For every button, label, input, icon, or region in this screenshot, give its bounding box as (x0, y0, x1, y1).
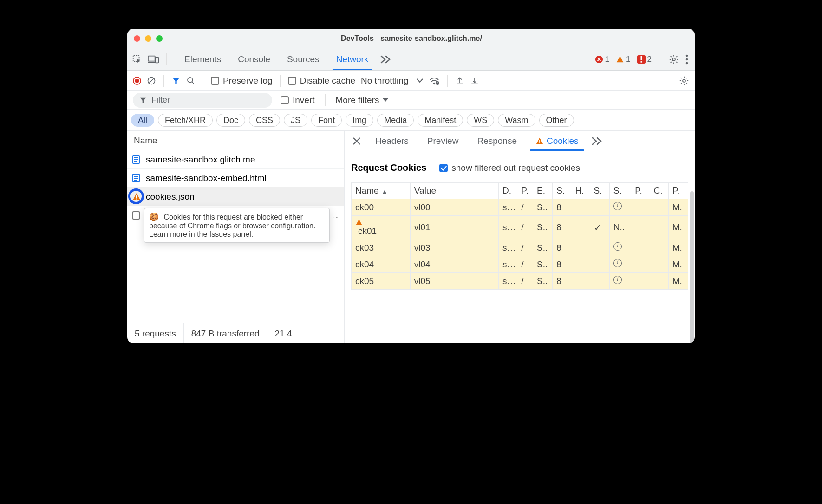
main-tab-elements[interactable]: Elements (176, 48, 229, 70)
cookie-cell: M. (668, 216, 688, 239)
cookies-col-header[interactable]: P. (631, 183, 650, 199)
chip-all[interactable]: All (131, 114, 154, 127)
cookie-cell (631, 199, 650, 216)
chip-fetchxhr[interactable]: Fetch/XHR (158, 114, 213, 127)
chip-css[interactable]: CSS (249, 114, 280, 127)
cookie-cell (650, 216, 668, 239)
cookie-cell (631, 273, 650, 290)
main-tab-sources[interactable]: Sources (279, 48, 328, 70)
filter-funnel-icon[interactable] (171, 76, 181, 85)
cookies-col-header[interactable]: S. (609, 183, 631, 199)
detail-tab-response[interactable]: Response (468, 131, 526, 151)
request-row[interactable]: samesite-sandbox.glitch.me (127, 150, 344, 169)
disable-cache-checkbox[interactable]: Disable cache (288, 76, 355, 86)
show-filtered-cookies-checkbox[interactable]: show filtered out request cookies (439, 163, 580, 173)
detail-tabs-overflow-icon[interactable] (588, 131, 607, 151)
cookie-row[interactable]: ck03vl03s…/S..8M. (352, 239, 688, 256)
device-toolbar-icon[interactable] (148, 54, 159, 65)
chip-doc[interactable]: Doc (216, 114, 245, 127)
record-button[interactable] (133, 77, 141, 85)
cookies-col-header[interactable]: P. (517, 183, 533, 199)
cookie-cell (571, 273, 590, 290)
cookie-cell (609, 273, 631, 290)
cookies-col-header[interactable]: Name▲ (352, 183, 411, 199)
network-settings-gear-icon[interactable] (679, 76, 689, 86)
filter-row: Filter Invert More filters (127, 91, 695, 110)
cookies-col-header[interactable]: S. (553, 183, 571, 199)
more-filters-dropdown[interactable]: More filters (336, 95, 389, 105)
upload-har-icon[interactable] (455, 76, 464, 85)
network-conditions-icon[interactable] (429, 76, 440, 85)
filter-input[interactable]: Filter (133, 93, 272, 108)
inspect-element-icon[interactable] (132, 54, 142, 65)
warning-count[interactable]: 1 (616, 55, 630, 64)
detail-tab-preview[interactable]: Preview (418, 131, 468, 151)
chip-js[interactable]: JS (284, 114, 307, 127)
cookie-cell (590, 216, 609, 239)
chip-font[interactable]: Font (311, 114, 342, 127)
cookies-col-header[interactable]: P. (668, 183, 688, 199)
cookies-col-header[interactable]: C. (650, 183, 668, 199)
window-zoom-button[interactable] (156, 35, 163, 42)
detail-tab-cookies[interactable]: Cookies (526, 131, 588, 151)
cookies-col-header[interactable]: D. (499, 183, 517, 199)
scrollbar-thumb[interactable] (690, 191, 694, 343)
preserve-log-checkbox[interactable]: Preserve log (211, 76, 273, 86)
cookies-col-header[interactable]: Value (410, 183, 498, 199)
info-icon (613, 259, 622, 267)
chip-wasm[interactable]: Wasm (498, 114, 535, 127)
search-icon[interactable] (186, 76, 196, 85)
cookie-cell: ck00 (352, 199, 411, 216)
svg-rect-30 (539, 140, 540, 142)
request-row[interactable]: cookies.json (127, 187, 344, 206)
chip-manifest[interactable]: Manifest (418, 114, 463, 127)
truncated-checkbox-icon (132, 211, 140, 220)
chip-other[interactable]: Other (539, 114, 574, 127)
cookie-cell: ck03 (352, 239, 411, 256)
detail-tab-headers[interactable]: Headers (366, 131, 418, 151)
cookie-cell: S.. (533, 199, 553, 216)
window-close-button[interactable] (134, 35, 140, 42)
request-cookies-title: Request Cookies (351, 162, 426, 173)
cookie-cell (650, 256, 668, 273)
warning-triangle-icon (355, 219, 406, 226)
close-detail-icon[interactable] (347, 131, 366, 151)
cookies-col-header[interactable]: H. (571, 183, 590, 199)
cookie-row[interactable]: ck04vl04s…/S..8M. (352, 256, 688, 273)
chip-img[interactable]: Img (346, 114, 373, 127)
cookie-cell (609, 239, 631, 256)
cookies-col-header[interactable]: E. (533, 183, 553, 199)
main-tab-console[interactable]: Console (229, 48, 279, 70)
cookie-cell: / (517, 239, 533, 256)
chip-media[interactable]: Media (377, 114, 414, 127)
cookie-cell (590, 256, 609, 273)
issues-count[interactable]: 2 (637, 55, 652, 64)
cookie-row[interactable]: ck05vl05s…/S..8M. (352, 273, 688, 290)
tutorial-highlight-ring (128, 188, 144, 204)
requests-name-header[interactable]: Name (127, 131, 344, 150)
error-count[interactable]: 1 (595, 55, 609, 64)
invert-checkbox[interactable]: Invert (281, 95, 315, 105)
svg-rect-3 (156, 57, 158, 63)
settings-gear-icon[interactable] (669, 54, 679, 65)
main-tab-network[interactable]: Network (328, 48, 377, 70)
traffic-lights (134, 35, 163, 42)
download-har-icon[interactable] (470, 76, 479, 85)
cookie-cell: 8 (553, 216, 571, 239)
status-transferred: 847 B transferred (183, 323, 267, 343)
cookie-row[interactable]: ck01vl01s…/S..8N..M. (352, 216, 688, 239)
cookies-col-header[interactable]: S. (590, 183, 609, 199)
throttling-select[interactable]: No throttling (361, 76, 423, 86)
more-menu-icon[interactable] (685, 54, 688, 65)
window-minimize-button[interactable] (145, 35, 151, 42)
cookie-cell: / (517, 273, 533, 290)
tabs-overflow-icon[interactable] (377, 48, 395, 70)
cookie-row[interactable]: ck00vl00s…/S..8M. (352, 199, 688, 216)
chip-ws[interactable]: WS (467, 114, 494, 127)
svg-point-11 (686, 58, 688, 60)
clear-log-icon[interactable] (147, 76, 156, 85)
info-icon (613, 276, 622, 284)
request-row[interactable]: samesite-sandbox-embed.html (127, 169, 344, 187)
cookies-table: Name▲ValueD.P.E.S.H.S.S.P.C.P. ck00vl00s… (351, 182, 688, 290)
cookie-cell: 8 (553, 273, 571, 290)
